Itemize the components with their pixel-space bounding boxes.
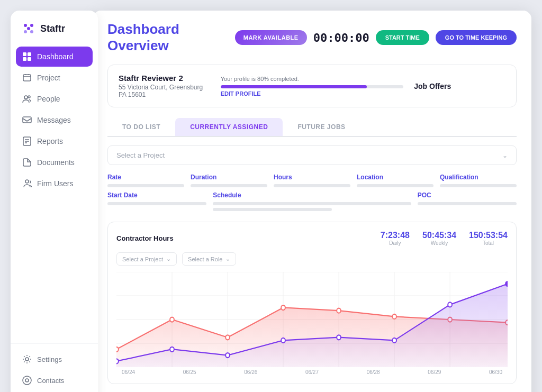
sidebar-logo: Staftr [11, 21, 98, 47]
detail-schedule-value2 [213, 208, 332, 211]
detail-location: Location [357, 174, 433, 187]
hours-header: Contractor Hours 7:23:48 Daily 50:45:34 … [116, 231, 508, 246]
mark-available-button[interactable]: MARK AVAILABLE [235, 30, 307, 45]
profile-info: Staftr Reviewer 2 55 Victoria Court, Gre… [119, 74, 210, 98]
svg-point-11 [24, 96, 28, 99]
messages-icon [22, 115, 32, 125]
sidebar-item-contacts[interactable]: Contacts [16, 370, 93, 390]
sidebar-item-messages[interactable]: Messages [16, 110, 93, 130]
sidebar-item-label: Firm Users [37, 179, 73, 188]
stat-daily-label: Daily [381, 240, 410, 246]
stat-daily: 7:23:48 Daily [381, 231, 410, 246]
svg-point-42 [116, 359, 119, 363]
svg-rect-9 [23, 75, 31, 81]
hours-stats: 7:23:48 Daily 50:45:34 Weekly 150:53:54 … [381, 231, 508, 246]
firm-users-icon [22, 179, 32, 188]
settings-icon [22, 354, 32, 364]
stat-weekly: 50:45:34 Weekly [422, 231, 456, 246]
sidebar-item-project[interactable]: Project [16, 68, 93, 88]
tab-todo[interactable]: TO DO LIST [107, 118, 175, 136]
chart-x-label: 06/26 [244, 369, 257, 375]
profile-progress: Your profile is 80% completed. EDIT PROF… [221, 76, 404, 97]
svg-point-19 [25, 358, 29, 361]
project-select[interactable]: Select a Project ⌄ [107, 145, 517, 165]
header-controls: MARK AVAILABLE 00:00:00 START TIME GO TO… [235, 30, 517, 45]
sidebar-item-label: Settings [37, 355, 62, 363]
svg-rect-5 [23, 52, 26, 56]
project-select-text: Select a Project [116, 151, 165, 159]
progress-bar-fill [221, 85, 367, 88]
sidebar-item-people[interactable]: People [16, 89, 93, 109]
sidebar-item-reports[interactable]: Reports [16, 131, 93, 151]
detail-qualification: Qualification [440, 174, 517, 187]
sidebar-bottom: Settings Contacts EB Emma Burke Recruiti… [11, 343, 98, 392]
svg-point-33 [116, 347, 119, 352]
app-name: Staftr [40, 23, 65, 34]
svg-rect-6 [28, 52, 31, 56]
detail-qualification-label: Qualification [440, 174, 517, 181]
sidebar-item-dashboard[interactable]: Dashboard [16, 47, 93, 67]
detail-poc-label: POC [418, 192, 517, 199]
detail-qualification-value [440, 184, 517, 187]
filter-role-select[interactable]: Select a Role ⌄ [182, 252, 236, 266]
documents-icon [22, 158, 32, 167]
svg-point-20 [23, 376, 31, 385]
staftr-logo-icon [21, 21, 36, 36]
sidebar-item-label: Contacts [37, 377, 64, 385]
chart-svg [116, 272, 508, 367]
details-grid-row2: Start Date Schedule POC [107, 192, 517, 211]
svg-point-38 [392, 314, 396, 319]
svg-point-44 [225, 353, 230, 358]
svg-point-35 [225, 335, 230, 340]
edit-profile-link[interactable]: EDIT PROFILE [221, 90, 404, 97]
sidebar-item-documents[interactable]: Documents [16, 152, 93, 172]
sidebar-item-label: Messages [37, 116, 71, 124]
job-offers-label: Job Offers [414, 82, 451, 90]
nav-items: Dashboard Project People [11, 47, 98, 333]
tab-future[interactable]: FUTURE JOBS [283, 118, 360, 136]
sidebar: Staftr Dashboard Project [11, 11, 98, 392]
timekeeping-button[interactable]: GO TO TIME KEEPING [436, 30, 517, 45]
sidebar-item-settings[interactable]: Settings [16, 349, 93, 369]
project-icon [22, 73, 32, 83]
svg-rect-13 [23, 117, 31, 123]
profile-card: Staftr Reviewer 2 55 Victoria Court, Gre… [107, 65, 517, 107]
svg-point-46 [337, 335, 341, 340]
tab-assigned[interactable]: CURRENTLY ASSIGNED [175, 118, 283, 136]
svg-point-4 [27, 27, 30, 30]
detail-hours-value [274, 184, 350, 187]
filter-project-select[interactable]: Select a Project ⌄ [116, 252, 177, 266]
detail-location-label: Location [357, 174, 433, 181]
detail-start-date-label: Start Date [107, 192, 206, 199]
sidebar-item-firm-users[interactable]: Firm Users [16, 174, 93, 194]
detail-schedule-value1 [213, 202, 411, 205]
contacts-icon [22, 376, 32, 385]
contractor-hours: Contractor Hours 7:23:48 Daily 50:45:34 … [107, 222, 517, 384]
chart-x-label: 06/24 [122, 369, 135, 375]
detail-duration: Duration [191, 174, 267, 187]
svg-rect-8 [28, 57, 31, 61]
sidebar-item-label: Documents [37, 158, 75, 167]
detail-rate: Rate [107, 174, 184, 187]
detail-rate-value [107, 184, 184, 187]
svg-rect-7 [23, 57, 26, 61]
app-wrapper: Staftr Dashboard Project [11, 11, 531, 392]
detail-rate-label: Rate [107, 174, 184, 181]
main-body: Staftr Reviewer 2 55 Victoria Court, Gre… [93, 65, 531, 392]
filter-role-text: Select a Role [188, 256, 222, 262]
chevron-down-icon: ⌄ [225, 256, 230, 262]
start-time-button[interactable]: START TIME [376, 30, 429, 45]
filter-project-text: Select a Project [122, 256, 163, 262]
chart-x-label: 06/29 [428, 369, 441, 375]
dashboard-icon [22, 52, 32, 61]
hours-filters: Select a Project ⌄ Select a Role ⌄ [116, 252, 508, 266]
sidebar-item-label: Dashboard [37, 52, 74, 61]
detail-location-value [357, 184, 433, 187]
detail-schedule: Schedule [213, 192, 411, 211]
main-header: Dashboard Overview MARK AVAILABLE 00:00:… [93, 11, 531, 65]
svg-point-48 [448, 302, 452, 307]
detail-start-date: Start Date [107, 192, 206, 211]
svg-point-3 [30, 30, 33, 33]
detail-poc-value [418, 202, 517, 205]
timer-display: 00:00:00 [313, 31, 369, 44]
